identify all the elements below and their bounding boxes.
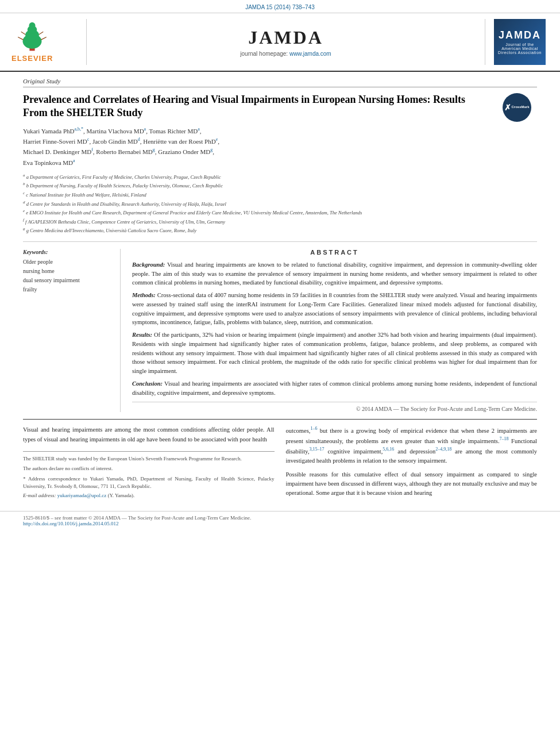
journal-ref-text: JAMDA 15 (2014) 738–743 xyxy=(245,4,315,10)
article-content: Original Study Prevalence and Correlates… xyxy=(0,72,560,505)
email-link[interactable]: yukariyamada@upol.cz xyxy=(57,493,107,498)
section-divider xyxy=(23,241,537,242)
abstract-results: Results: Of the participants, 32% had vi… xyxy=(132,330,537,376)
crossmark-badge: ✗ CrossMark xyxy=(503,93,537,128)
abstract-background: Background: Visual and hearing impairmen… xyxy=(132,260,537,287)
authors-list: Yukari Yamada PhDa,b,*, Martina Vlachova… xyxy=(23,126,537,168)
body-column-right: outcomes,1–6 but there is a growing body… xyxy=(286,425,538,499)
affiliation-f: f f AGAPLESION Bethesda Clinic, Competen… xyxy=(23,217,537,226)
footnotes: The SHELTER study was funded by the Euro… xyxy=(23,451,275,500)
footer-issn: 1525-8610/$ – see front matter © 2014 AM… xyxy=(23,515,537,521)
footer-doi: http://dx.doi.org/10.1016/j.jamda.2014.0… xyxy=(23,521,537,526)
keywords-column: Keywords: Older people nursing home dual… xyxy=(23,249,121,413)
elsevier-label: ELSEVIER xyxy=(11,54,53,63)
affiliation-g: g g Centro Medicina dell'Invecchiamento,… xyxy=(23,226,537,234)
journal-header: ELSEVIER JAMDA journal homepage: www.jam… xyxy=(0,13,560,72)
doi-link[interactable]: http://dx.doi.org/10.1016/j.jamda.2014.0… xyxy=(23,521,119,526)
body-column-left: Visual and hearing impairments are among… xyxy=(23,425,275,499)
svg-line-7 xyxy=(21,32,25,34)
footnote-correspondence: * Address correspondence to Yukari Yamad… xyxy=(23,475,275,491)
journal-name: JAMDA xyxy=(248,27,323,48)
keyword-2: nursing home xyxy=(23,267,111,276)
abstract-column: ABSTRACT Background: Visual and hearing … xyxy=(132,249,537,413)
svg-line-8 xyxy=(39,32,43,34)
abstract-methods: Methods: Cross-sectional data of 4007 nu… xyxy=(132,291,537,327)
affiliation-e: e e EMGO Institute for Health and Care R… xyxy=(23,208,537,217)
elsevier-branding: ELSEVIER xyxy=(11,19,80,65)
keywords-title: Keywords: xyxy=(23,249,111,255)
keyword-4: frailty xyxy=(23,285,111,294)
abstract-title: ABSTRACT xyxy=(132,249,537,256)
journal-title-area: JAMDA journal homepage: www.jamda.com xyxy=(86,19,485,65)
jamda-logo-subtext: Journal of the American Medical Director… xyxy=(494,43,546,55)
jamda-logo-text: JAMDA xyxy=(499,29,541,41)
footnote-funding: The SHELTER study was funded by the Euro… xyxy=(23,455,275,463)
svg-point-4 xyxy=(29,22,36,29)
elsevier-logo: ELSEVIER xyxy=(11,21,53,63)
footnote-email: E-mail address: yukariyamada@upol.cz (Y.… xyxy=(23,492,275,500)
article-body: Visual and hearing impairments are among… xyxy=(23,419,537,499)
abstract-section-container: Keywords: Older people nursing home dual… xyxy=(23,249,537,413)
elsevier-tree-icon xyxy=(12,21,52,53)
page-footer: 1525-8610/$ – see front matter © 2014 AM… xyxy=(0,511,560,530)
jamda-logo-box: JAMDA Journal of the American Medical Di… xyxy=(494,19,546,65)
abstract-conclusion: Conclusion: Visual and hearing impairmen… xyxy=(132,379,537,398)
svg-line-5 xyxy=(18,37,23,40)
journal-homepage-link[interactable]: www.jamda.com xyxy=(289,51,331,57)
footnote-conflict: The authors declare no conflicts of inte… xyxy=(23,465,275,473)
affiliation-b: b b Department of Nursing, Faculty of He… xyxy=(23,181,537,190)
jamda-logo-area: JAMDA Journal of the American Medical Di… xyxy=(491,19,549,65)
keyword-1: Older people xyxy=(23,257,111,267)
svg-line-6 xyxy=(41,37,47,40)
affiliation-a: a a Department of Geriatrics, First Facu… xyxy=(23,172,537,181)
journal-homepage-label: journal homepage: www.jamda.com xyxy=(240,51,331,57)
article-type-label: Original Study xyxy=(23,78,537,87)
journal-reference-bar: JAMDA 15 (2014) 738–743 xyxy=(0,0,560,13)
article-title: Prevalence and Correlates of Hearing and… xyxy=(23,93,537,120)
affiliation-c: c c National Institute for Health and We… xyxy=(23,190,537,199)
abstract-copyright: © 2014 AMDA — The Society for Post-Acute… xyxy=(132,402,537,412)
affiliations-list: a a Department of Geriatrics, First Facu… xyxy=(23,172,537,234)
affiliation-d: d d Centre for Standards in Health and D… xyxy=(23,199,537,208)
crossmark-icon: ✗ CrossMark xyxy=(503,93,531,122)
keyword-3: dual sensory impairment xyxy=(23,276,111,285)
